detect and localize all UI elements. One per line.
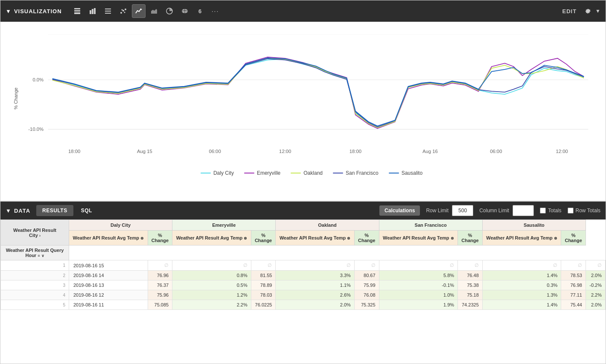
number-icon[interactable]: 6 bbox=[193, 4, 207, 18]
svg-rect-7 bbox=[105, 11, 111, 12]
bar-chart-icon[interactable] bbox=[86, 4, 99, 18]
svg-text:-10.0%: -10.0% bbox=[28, 127, 44, 132]
viz-title-label: VISUALIZATION bbox=[14, 8, 62, 14]
list-icon[interactable] bbox=[101, 4, 115, 18]
svg-rect-6 bbox=[105, 9, 111, 9]
y-axis-label: % Change bbox=[13, 87, 18, 109]
legend-san-francisco: San Francisco bbox=[333, 170, 379, 176]
tab-results[interactable]: RESULTS bbox=[36, 205, 73, 216]
saus-avg-temp-header: Weather API Result Avg Temp ⊗ bbox=[482, 231, 561, 246]
svg-text:0.0%: 0.0% bbox=[32, 77, 44, 82]
city-sf-header: San Francisco bbox=[379, 220, 482, 231]
chart-area: % Change 0.0% -10.0% 18:00 Aug 15 06:00 … bbox=[0, 22, 606, 201]
row-limit-label: Row Limit bbox=[426, 208, 449, 214]
pie-chart-icon[interactable] bbox=[163, 4, 176, 18]
emery-pct-change-header: %Change bbox=[251, 231, 276, 246]
map-icon[interactable] bbox=[178, 4, 192, 18]
daly-pct-change-header: %Change bbox=[148, 231, 172, 246]
data-title: ▼ DATA bbox=[6, 208, 30, 214]
svg-point-10 bbox=[122, 10, 124, 12]
legend-emeryville: Emeryville bbox=[244, 170, 280, 176]
svg-marker-14 bbox=[151, 9, 157, 14]
more-icon[interactable]: ··· bbox=[209, 4, 222, 18]
svg-text:18:00: 18:00 bbox=[350, 149, 361, 154]
viz-title: ▼ VISUALIZATION bbox=[6, 8, 62, 14]
legend-sausalito: Sausalito bbox=[389, 170, 422, 176]
chevron-down-data-icon: ▼ bbox=[6, 208, 12, 214]
svg-rect-0 bbox=[74, 8, 80, 9]
svg-text:12:00: 12:00 bbox=[556, 149, 568, 154]
svg-text:12:00: 12:00 bbox=[279, 149, 291, 154]
area-chart-icon[interactable] bbox=[147, 4, 161, 18]
svg-rect-2 bbox=[74, 12, 80, 14]
saus-pct-change-header: %Change bbox=[561, 231, 586, 246]
svg-point-11 bbox=[125, 9, 126, 10]
oak-pct-change-header: %Change bbox=[354, 231, 379, 246]
line-chart-icon[interactable] bbox=[132, 4, 146, 18]
settings-icon[interactable] bbox=[581, 4, 594, 18]
city-oakland-header: Oakland bbox=[276, 220, 379, 231]
chart-legend: Daly City Emeryville Oakland San Francis… bbox=[26, 170, 597, 176]
legend-daly-city: Daly City bbox=[201, 170, 234, 176]
edit-button[interactable]: EDIT bbox=[562, 8, 577, 14]
svg-rect-5 bbox=[94, 8, 96, 14]
table-icon[interactable] bbox=[70, 4, 84, 18]
chart-svg: 0.0% -10.0% 18:00 Aug 15 06:00 12:00 18:… bbox=[26, 30, 597, 158]
city-emery-header: Emeryville bbox=[172, 220, 276, 231]
svg-rect-1 bbox=[74, 10, 80, 12]
svg-text:18:00: 18:00 bbox=[68, 149, 80, 154]
row-totals-checkbox[interactable] bbox=[568, 208, 574, 214]
totals-checkbox-label[interactable]: Totals bbox=[540, 208, 561, 214]
oak-avg-temp-header: Weather API Result Avg Temp ⊗ bbox=[276, 231, 355, 246]
svg-text:Aug 15: Aug 15 bbox=[137, 149, 152, 154]
row-limit-input[interactable] bbox=[452, 205, 473, 216]
chevron-down-icon: ▼ bbox=[6, 8, 12, 14]
results-table: Weather API Result City › Daly City Emer… bbox=[0, 220, 606, 310]
city-daly-header: Daly City bbox=[69, 220, 172, 231]
svg-rect-3 bbox=[90, 10, 91, 14]
calculations-button[interactable]: Calculations bbox=[379, 205, 420, 216]
col-limit-input[interactable] bbox=[513, 205, 534, 216]
svg-text:Aug 16: Aug 16 bbox=[422, 149, 438, 154]
data-title-label: DATA bbox=[14, 208, 30, 214]
table-container: Weather API Result City › Daly City Emer… bbox=[0, 220, 606, 364]
query-hour-header: Weather API Result QueryHour ≡ ∨ bbox=[1, 246, 69, 260]
svg-point-12 bbox=[121, 9, 122, 11]
svg-rect-4 bbox=[92, 9, 93, 14]
svg-text:06:00: 06:00 bbox=[209, 149, 221, 154]
sf-avg-temp-header: Weather API Result Avg Temp ⊗ bbox=[379, 231, 458, 246]
chevron-down-settings: ▼ bbox=[595, 8, 600, 14]
legend-oakland: Oakland bbox=[291, 170, 323, 176]
svg-rect-8 bbox=[105, 13, 111, 14]
svg-text:06:00: 06:00 bbox=[490, 149, 502, 154]
col-limit-label: Column Limit bbox=[479, 208, 509, 214]
data-toolbar: ▼ DATA RESULTS SQL Calculations Row Limi… bbox=[0, 202, 606, 220]
emery-avg-temp-header: Weather API Result Avg Temp ⊗ bbox=[172, 231, 251, 246]
svg-point-9 bbox=[120, 12, 122, 14]
totals-checkbox[interactable] bbox=[540, 208, 546, 214]
scatter-icon[interactable] bbox=[117, 4, 130, 18]
tab-sql[interactable]: SQL bbox=[75, 205, 98, 216]
sf-pct-change-header: %Change bbox=[458, 231, 483, 246]
city-sausa-header: Sausalito bbox=[482, 220, 586, 231]
svg-point-13 bbox=[124, 12, 125, 13]
data-section: ▼ DATA RESULTS SQL Calculations Row Limi… bbox=[0, 201, 606, 364]
row-totals-checkbox-label[interactable]: Row Totals bbox=[568, 208, 600, 214]
toolbar-icons: 6 ··· bbox=[70, 4, 222, 18]
viz-toolbar: ▼ VISUALIZATION bbox=[0, 0, 606, 22]
daly-avg-temp-header: Weather API Result Avg Temp ⊗ bbox=[69, 231, 148, 246]
row-header-th: Weather API Result City › bbox=[1, 220, 69, 246]
